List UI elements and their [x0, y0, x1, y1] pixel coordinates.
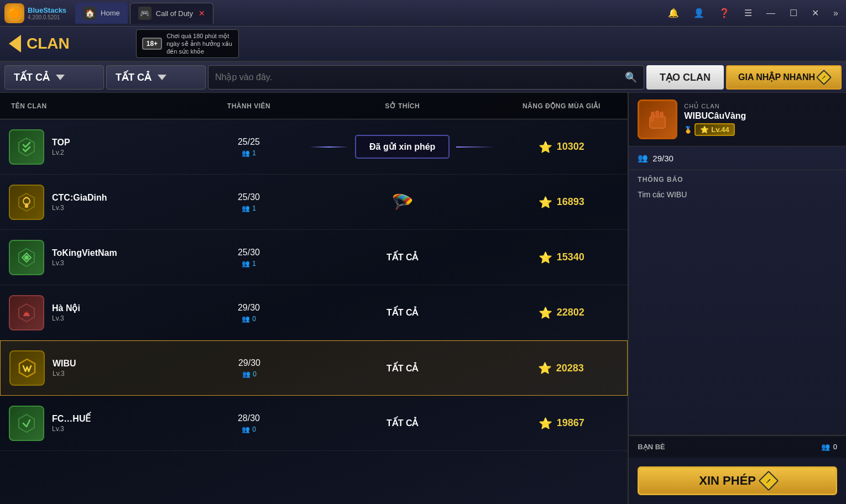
popup-line-left [310, 146, 348, 148]
bluestacks-name: BlueStacks [28, 6, 66, 14]
hobby-text: TẤT CẢ [387, 253, 419, 262]
clan-badge [9, 295, 44, 330]
activity-cell: ⭐ 22802 [495, 306, 628, 319]
hobby-text: TẤT CẢ [387, 418, 419, 428]
filter2-arrow-icon [158, 75, 166, 80]
clan-level-text: Lv.2 [52, 149, 70, 156]
clan-info: TOP Lv.2 [0, 129, 188, 165]
clan-back-button[interactable]: CLAN [9, 35, 70, 53]
clan-logo-svg [15, 246, 38, 269]
owner-level-prefix: 🏅 [684, 126, 692, 134]
table-row[interactable]: ToKingVietNam Lv.3 25/30 👥 1 TẤT CẢ ⭐ [0, 230, 628, 285]
hobby-cell: TẤT CẢ [310, 252, 495, 262]
clan-info: Hà Nội Lv.3 [0, 295, 188, 330]
top-nav: CLAN 18+ Chơi quá 180 phút một ngày sẽ ả… [0, 27, 846, 62]
members-icon: 👥 [638, 153, 648, 163]
online-icon: 👥 [242, 370, 250, 378]
search-box: 🔍 [208, 65, 644, 90]
activity-cell: ⭐ 20283 [494, 361, 627, 375]
online-count: 0 [253, 370, 257, 378]
bluestacks-info: BlueStacks 4.200.0.5201 [28, 6, 66, 20]
table-row[interactable]: CTC:GiaDinh Lv.3 25/30 👥 1 🪂 ⭐ 1689 [0, 175, 628, 230]
title-bar: 🟠 BlueStacks 4.200.0.5201 🏠 Home 🎮 Call … [0, 0, 846, 27]
clan-name-info: TOP Lv.2 [52, 138, 70, 156]
quick-join-label: GIA NHẬP NHANH [738, 72, 815, 82]
star-icon: ⭐ [539, 306, 552, 319]
friends-label: BẠN BÈ [638, 443, 665, 451]
online-count: 1 [252, 149, 256, 157]
members-online: 👥 0 [189, 370, 310, 378]
owner-info: CHỦ CLAN WIBUCâuVàng 🏅 ⭐ Lv.44 [684, 103, 837, 136]
maximize-button[interactable]: ☐ [786, 6, 801, 20]
clan-level-text: Lv.3 [52, 204, 107, 212]
right-panel: CHỦ CLAN WIBUCâuVàng 🏅 ⭐ Lv.44 👥 29/30 [628, 93, 846, 504]
online-count: 1 [252, 260, 256, 267]
bell-button[interactable]: 🔔 [665, 6, 682, 20]
content-area: TÊN CLAN THÀNH VIÊN SỞ THÍCH NĂNG ĐỘNG M… [0, 93, 846, 504]
friends-bar: BẠN BÈ 👥 0 [629, 435, 846, 458]
more-button[interactable]: » [830, 6, 842, 20]
owner-badge [638, 99, 677, 139]
minimize-button[interactable]: — [763, 6, 779, 20]
filter1-dropdown[interactable]: TẤT CẢ [4, 65, 104, 90]
hobby-cell: 🪂 [310, 192, 495, 213]
filter2-dropdown[interactable]: TẤT CẢ [106, 65, 206, 90]
owner-title: CHỦ CLAN [684, 103, 837, 110]
home-icon: 🏠 [83, 7, 96, 20]
hobby-cell: TẤT CẢ [310, 418, 495, 428]
clan-logo-svg [15, 412, 38, 434]
game-icon: 🎮 [138, 7, 152, 20]
activity-value: 22802 [557, 307, 584, 318]
members-cell: 29/30 👥 0 [189, 358, 310, 378]
tab-close-button[interactable]: ✕ [199, 9, 205, 18]
age-warning: 18+ Chơi quá 180 phút một ngày sẽ ảnh hư… [136, 29, 239, 59]
clan-info: CTC:GiaDinh Lv.3 [0, 185, 188, 220]
members-online: 👥 1 [188, 149, 310, 157]
clan-logo-svg [16, 357, 38, 379]
game-area: CLAN 18+ Chơi quá 180 phút một ngày sẽ ả… [0, 27, 846, 504]
user-button[interactable]: 👤 [690, 6, 708, 20]
game-tab[interactable]: 🎮 Call of Duty ✕ [130, 3, 213, 24]
clan-info: FC…HUẾ Lv.3 [0, 406, 188, 441]
panel-members-text: 29/30 [652, 154, 673, 163]
clan-name-text: TOP [52, 138, 70, 148]
popup-sent-text: Đã gửi xin phép [355, 135, 450, 159]
xin-phep-button[interactable]: XIN PHÉP ! [638, 466, 837, 495]
clan-logo-svg [15, 191, 38, 213]
search-input[interactable] [215, 72, 619, 82]
quick-join-button[interactable]: GIA NHẬP NHANH ! [726, 65, 842, 90]
table-row[interactable]: TOP Lv.2 25/25 👥 1 Đã gửi xin phép [0, 119, 628, 175]
table-row-wibu[interactable]: WIBU Lv.3 29/30 👥 0 TẤT CẢ ⭐ 20283 [0, 340, 628, 396]
menu-button[interactable]: ☰ [741, 6, 755, 20]
table-row[interactable]: FC…HUẾ Lv.3 28/30 👥 0 TẤT CẢ ⭐ 19867 [0, 396, 628, 451]
members-online: 👥 0 [188, 315, 310, 323]
online-icon: 👥 [242, 260, 250, 267]
help-button[interactable]: ❓ [716, 6, 733, 20]
svg-rect-12 [660, 112, 664, 118]
owner-fist-icon [645, 107, 670, 132]
clan-back-arrow: CLAN [9, 35, 70, 53]
friends-icon: 👥 [821, 443, 830, 451]
clan-badge [9, 185, 44, 220]
owner-level-text: Lv.44 [711, 125, 729, 134]
title-bar-controls: 🔔 👤 ❓ ☰ — ☐ ✕ » [665, 6, 842, 20]
clan-level-text: Lv.3 [52, 425, 91, 433]
activity-value: 10302 [557, 141, 584, 153]
close-button[interactable]: ✕ [808, 6, 822, 20]
members-count: 29/30 [189, 358, 310, 368]
clan-badge [9, 350, 45, 386]
clan-level-text: Lv.3 [52, 314, 80, 322]
create-clan-button[interactable]: TẠO CLAN [646, 65, 724, 90]
svg-rect-13 [650, 116, 654, 122]
members-cell: 25/30 👥 1 [188, 248, 310, 267]
panel-members-count: 👥 29/30 [629, 146, 846, 170]
online-icon: 👥 [242, 426, 250, 433]
svg-marker-1 [19, 193, 34, 211]
search-button[interactable]: 🔍 [625, 71, 637, 83]
th-clan-name: TÊN CLAN [0, 102, 188, 110]
table-row[interactable]: Hà Nội Lv.3 29/30 👥 0 TẤT CẢ ⭐ 22802 [0, 285, 628, 340]
home-tab[interactable]: 🏠 Home [75, 3, 128, 24]
svg-marker-8 [19, 414, 34, 432]
clan-title: CLAN [27, 35, 70, 53]
star-icon: ⭐ [539, 251, 552, 264]
